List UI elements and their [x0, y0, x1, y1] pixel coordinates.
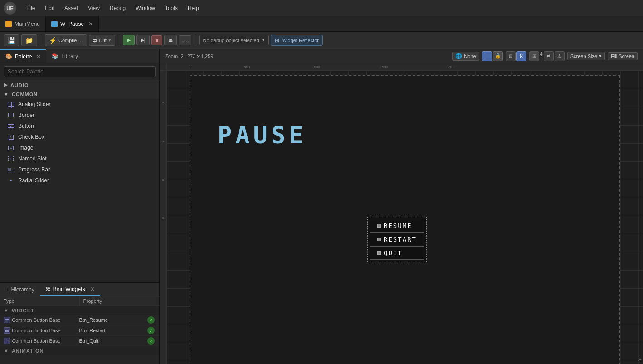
fill-screen-button[interactable]: Fill Screen	[608, 52, 638, 60]
left-panel: 🎨 Palette ✕ 📚 Library ▶ AUDIO	[0, 49, 160, 364]
button-group: RESUME RESTART QUIT	[367, 217, 427, 262]
ruler-vtick-2: 5	[161, 141, 165, 142]
compile-more-icon[interactable]: ...	[78, 38, 83, 43]
ruler-tick-2000: 20...	[448, 65, 455, 69]
btn-restart-prop-label: Btn_Restart	[79, 328, 147, 333]
resize-handle-icon[interactable]: ↗	[638, 357, 641, 362]
search-input[interactable]	[4, 66, 156, 77]
bind-section-animation-header[interactable]: ▼ ANIMATION	[0, 346, 159, 355]
color-btn-blue[interactable]	[482, 51, 492, 61]
bind-widgets-close-icon[interactable]: ✕	[90, 286, 95, 292]
play-icon: ▶	[127, 37, 131, 43]
toolbar-more-button[interactable]: ...	[179, 35, 191, 45]
button-icon: ■	[7, 122, 15, 130]
r-mode-button[interactable]: R	[516, 51, 526, 61]
menu-help[interactable]: Help	[183, 3, 204, 13]
palette-item-check-box[interactable]: ✓ Check Box	[0, 131, 159, 142]
menu-window[interactable]: Window	[131, 3, 160, 13]
menu-debug[interactable]: Debug	[105, 3, 130, 13]
play-button[interactable]: ▶	[123, 35, 135, 45]
ruler-row-top: 0 500 1000 1500 20...	[160, 63, 643, 71]
radial-slider-label: Radial Slider	[18, 177, 49, 184]
tab-palette[interactable]: 🎨 Palette ✕	[0, 49, 46, 63]
grid2-icon[interactable]: ⊞	[529, 51, 539, 61]
palette-item-button[interactable]: ■ Button	[0, 121, 159, 131]
flip-icon[interactable]: ⇄	[544, 51, 554, 61]
palette-item-named-slot[interactable]: + Named Slot	[0, 153, 159, 164]
palette-list: ▶ AUDIO ▼ COMMON Analog Slider	[0, 80, 159, 282]
palette-tab-label: Palette	[15, 53, 32, 60]
image-icon: 🖼	[7, 144, 15, 151]
eject-icon: ⏏	[168, 37, 173, 43]
debug-dropdown[interactable]: No debug object selected ▾	[199, 35, 269, 45]
btn-resume-check: ✓	[146, 316, 156, 324]
pause-title-text: PAUSE	[218, 121, 307, 149]
menu-asset[interactable]: Asset	[60, 3, 83, 13]
tab-library[interactable]: 📚 Library	[46, 49, 83, 63]
named-slot-label: Named Slot	[18, 155, 47, 162]
ruler-tick-500: 500	[244, 65, 250, 69]
palette-item-analog-slider[interactable]: Analog Slider	[0, 99, 159, 110]
eject-button[interactable]: ⏏	[164, 35, 177, 45]
bind-section-widget-header[interactable]: ▼ WIDGET	[0, 306, 159, 315]
save-button[interactable]: 💾	[4, 34, 19, 46]
menu-file[interactable]: File	[22, 3, 39, 13]
tab-bind-widgets[interactable]: ⛓ Bind Widgets ✕	[40, 283, 101, 296]
step-button[interactable]: ▶|	[136, 35, 150, 45]
toolbar-sep-1	[41, 35, 41, 46]
canvas-toolbar-right: 🌐 None 🔒 ⊞ R ⊞ 4 ⇄ ⚠ Scre	[452, 51, 638, 61]
grid-icon[interactable]: ⊞	[506, 51, 516, 61]
title-bar: UE File Edit Asset View Debug Window Too…	[0, 0, 643, 16]
screen-size-dropdown[interactable]: Screen Size ▾	[567, 52, 605, 60]
main-toolbar: 💾 📁 ⚡ Compile ... ⇄ Diff ▾ ▶ ▶| ■ ⏏ ... …	[0, 32, 643, 49]
bind-row-btn-resume[interactable]: Common Button Base Btn_Resume ✓	[0, 315, 159, 325]
none-mode-button[interactable]: 🌐 None	[452, 52, 479, 61]
palette-item-border[interactable]: Border	[0, 110, 159, 121]
lock-icon[interactable]: 🔒	[493, 51, 503, 61]
menu-edit[interactable]: Edit	[40, 3, 59, 13]
widget-section-label: WIDGET	[12, 308, 34, 313]
palette-item-radial-slider[interactable]: Radial Slider	[0, 175, 159, 186]
btn-restart-type-label: Common Button Base	[12, 328, 79, 333]
ruler-vtick-1: 0	[161, 102, 165, 104]
menu-bar: File Edit Asset View Debug Window Tools …	[22, 3, 204, 13]
step-icon: ▶|	[141, 37, 146, 43]
menu-view[interactable]: View	[83, 3, 104, 13]
bottom-panel: ≡ Hierarchy ⛓ Bind Widgets ✕ Type Proper…	[0, 282, 159, 364]
palette-item-image[interactable]: 🖼 Image	[0, 142, 159, 153]
btn-resume-prop-label: Btn_Resume	[79, 317, 147, 323]
audio-collapse-icon: ▶	[4, 82, 8, 88]
debug-dropdown-arrow-icon: ▾	[262, 37, 265, 43]
ruler-row-main: 0 5 0 0 PAUSE	[160, 71, 643, 364]
btn-restart-type-icon	[4, 327, 10, 334]
check-box-label: Check Box	[18, 134, 44, 140]
stop-button[interactable]: ■	[151, 35, 163, 45]
tab-hierarchy[interactable]: ≡ Hierarchy	[0, 283, 40, 296]
design-canvas: PAUSE RESUME RESTART	[190, 75, 620, 364]
toolbar-sep-3	[195, 35, 195, 46]
tab-w-pause[interactable]: W_Pause ✕	[46, 16, 99, 31]
bind-row-btn-restart[interactable]: Common Button Base Btn_Restart ✓	[0, 325, 159, 336]
browse-button[interactable]: 📁	[21, 34, 37, 46]
palette-item-progress-bar[interactable]: Progress Bar	[0, 164, 159, 175]
animation-section-label: ANIMATION	[12, 348, 44, 354]
ruler-tick-0: 0	[190, 65, 191, 69]
palette-icon: 🎨	[5, 53, 12, 60]
bind-widgets-tab-label: Bind Widgets	[53, 286, 85, 292]
ruler-wrap: 0 500 1000 1500 20... 0 5 0 0	[160, 63, 643, 364]
panel-tabs: 🎨 Palette ✕ 📚 Library	[0, 49, 159, 63]
common-collapse-icon: ▼	[4, 92, 9, 97]
tab-main-menu[interactable]: MainMenu	[0, 16, 46, 31]
compile-button[interactable]: ⚡ Compile ...	[45, 34, 87, 46]
widget-reflector-button[interactable]: ⊞ Widget Reflector	[271, 35, 323, 46]
ruler-tick-1500: 1500	[380, 65, 388, 69]
palette-section-audio-header[interactable]: ▶ AUDIO	[0, 80, 159, 90]
palette-section-common-header[interactable]: ▼ COMMON	[0, 90, 159, 99]
tab-close-icon[interactable]: ✕	[88, 21, 93, 27]
quit-button-icon	[377, 251, 381, 255]
compile-icon: ⚡	[49, 37, 57, 44]
bind-row-btn-quit[interactable]: Common Button Base Btn_Quit ✓	[0, 336, 159, 346]
menu-tools[interactable]: Tools	[161, 3, 182, 13]
diff-button[interactable]: ⇄ Diff ▾	[89, 35, 115, 46]
palette-tab-close-icon[interactable]: ✕	[36, 53, 41, 60]
